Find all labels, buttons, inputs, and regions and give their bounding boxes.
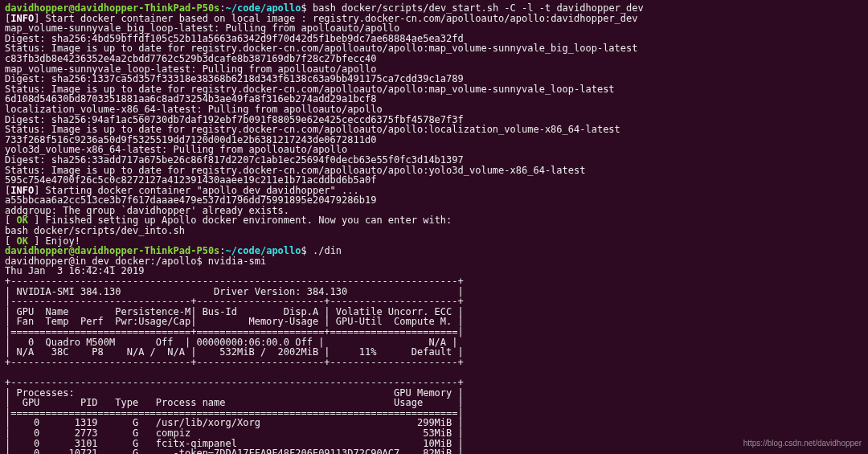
smi-gpu-row: | N/A 38C P8 N/A / N/A | 532MiB / 2002Mi…: [5, 347, 863, 358]
smi-proc-row: | 0 10721 G ...-token=7DDA17FFA9F48F206E…: [5, 448, 863, 454]
output-line: localization_volume-x86_64-latest: Pulli…: [5, 104, 863, 115]
output-line: Digest: sha256:33add717a675be26c86f817d2…: [5, 155, 863, 166]
smi-border: +---------------------------------------…: [5, 378, 863, 388]
output-line: map_volume-sunnyvale_big_loop-latest: Pu…: [5, 23, 863, 34]
output-line: Digest: sha256:1337ca5d357f33318e38368b6…: [5, 74, 863, 84]
smi-border: |===============================+=======…: [5, 327, 863, 337]
output-line: a55bbcaa6a2cc513ce3b7f617daaae479e537d17…: [5, 195, 863, 206]
prompt-line-2: davidhopper@davidhopper-ThinkPad-P50s:~/…: [5, 246, 863, 256]
command-text: ./din: [313, 245, 342, 256]
watermark-text: https://blog.csdn.net/davidhopper: [743, 440, 862, 448]
smi-border: +---------------------------------------…: [5, 276, 863, 287]
output-line: bash docker/scripts/dev_into.sh: [5, 226, 863, 236]
terminal-output[interactable]: davidhopper@davidhopper-ThinkPad-P50s:~/…: [5, 3, 863, 454]
output-line: c83fb3db8e4236352e4a2cbdd7762c529b3dcafe…: [5, 54, 863, 64]
smi-proc-header: | GPU PID Type Process name Usage |: [5, 398, 863, 408]
smi-proc-row: | 0 2773 G compiz 53MiB |: [5, 428, 863, 439]
output-line: Status: Image is up to date for registry…: [5, 125, 863, 135]
prompt-dollar: $: [301, 245, 313, 256]
smi-border: |-------------------------------+-------…: [5, 297, 863, 307]
